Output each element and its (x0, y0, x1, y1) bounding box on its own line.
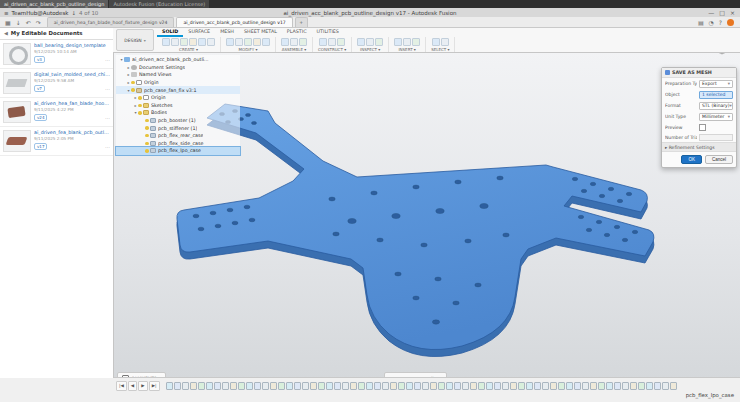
browser-row[interactable]: ▾pcb_case_fan_fix v3:1 (116, 86, 240, 94)
timeline-feature[interactable] (414, 382, 421, 390)
browser-row[interactable]: pcb_flex_lpo_case (116, 147, 240, 155)
document-actions-icon[interactable]: ⋯ (105, 57, 110, 63)
timeline-feature[interactable] (342, 382, 349, 390)
document-actions-icon[interactable]: ⋯ (105, 144, 110, 150)
timeline-feature[interactable] (454, 382, 461, 390)
new-tab-button[interactable]: + (295, 17, 308, 27)
timeline-feature[interactable] (302, 382, 309, 390)
timeline-feature[interactable] (558, 382, 565, 390)
tool-icon[interactable] (290, 38, 298, 46)
workspace-selector[interactable]: DESIGN ▾ (116, 29, 154, 51)
toolbar-icon[interactable]: ↓ (16, 19, 21, 26)
ribbon-tab-solid[interactable]: SOLID (157, 27, 183, 37)
browser-row[interactable]: ▾ai_driven_acc_blank_pcb_outli... (116, 56, 240, 64)
browser-row[interactable]: pcb_booster (1) (116, 117, 240, 125)
timeline-feature[interactable] (358, 382, 365, 390)
avatar[interactable] (727, 19, 734, 26)
ribbon-tab-sheet-metal[interactable]: SHEET METAL (239, 27, 282, 37)
timeline-feature[interactable] (406, 382, 413, 390)
app-icon[interactable]: ? (719, 19, 722, 26)
document-actions-icon[interactable]: ⋯ (105, 115, 110, 121)
timeline-feature[interactable] (582, 382, 589, 390)
timeline-feature[interactable] (270, 382, 277, 390)
timeline-feature[interactable] (478, 382, 485, 390)
team-hub-label[interactable]: TeamHub@Autodesk (12, 10, 69, 16)
browser-row[interactable]: ▸Origin (116, 79, 240, 87)
document-card[interactable]: ai_driven_hea_fan_blade_hoof_fixt...9/11… (0, 98, 113, 127)
timeline-feature[interactable] (326, 382, 333, 390)
timeline-feature[interactable] (534, 382, 541, 390)
tool-icon[interactable] (162, 38, 170, 46)
visibility-bulb-icon[interactable] (138, 104, 142, 108)
timeline-feature[interactable] (182, 382, 189, 390)
tool-icon[interactable] (198, 38, 206, 46)
timeline-feature[interactable] (566, 382, 573, 390)
tool-icon[interactable] (207, 38, 215, 46)
timeline-feature[interactable] (646, 382, 653, 390)
timeline-feature[interactable] (246, 382, 253, 390)
timeline-feature[interactable] (390, 382, 397, 390)
document-card[interactable]: ball_bearing_design_template9/12/2025 10… (0, 40, 113, 69)
timeline-control[interactable]: ▶| (149, 381, 160, 391)
tool-icon[interactable] (253, 38, 261, 46)
tool-icon[interactable] (394, 38, 402, 46)
timeline-feature[interactable] (206, 382, 213, 390)
timeline-feature[interactable] (374, 382, 381, 390)
visibility-bulb-icon[interactable] (138, 111, 142, 115)
timeline-feature[interactable] (366, 382, 373, 390)
timeline-feature[interactable] (230, 382, 237, 390)
timeline-control[interactable]: ▶ (138, 381, 147, 391)
timeline-feature[interactable] (590, 382, 597, 390)
timeline-feature[interactable] (494, 382, 501, 390)
timeline-control[interactable]: ◀ (128, 381, 137, 391)
dialog-select[interactable]: Export▾ (699, 80, 733, 88)
timeline-control[interactable]: |◀ (116, 381, 127, 391)
timeline-feature[interactable] (278, 382, 285, 390)
dialog-titlebar[interactable]: SAVE AS MESH (662, 68, 736, 78)
ribbon-group-label[interactable]: MODIFY ▾ (239, 47, 258, 52)
ribbon-group-label[interactable]: INSPECT ▾ (360, 47, 380, 52)
timeline-feature[interactable] (598, 382, 605, 390)
document-card[interactable]: ai_driven_fea_blank_pcb_outline_...9/11/… (0, 127, 113, 156)
timeline-feature[interactable] (638, 382, 645, 390)
timeline-feature[interactable] (310, 382, 317, 390)
dialog-select[interactable]: STL (Binary)▾ (699, 102, 733, 110)
ribbon-group-label[interactable]: CONSTRUCT ▾ (318, 47, 346, 52)
timeline-feature[interactable] (510, 382, 517, 390)
ribbon-tab-utilities[interactable]: UTILITIES (312, 27, 344, 37)
ribbon-group-label[interactable]: CREATE ▾ (179, 47, 198, 52)
timeline-feature[interactable] (486, 382, 493, 390)
preview-checkbox[interactable] (699, 124, 706, 131)
visibility-bulb-icon[interactable] (145, 119, 149, 123)
tool-icon[interactable] (432, 38, 440, 46)
visibility-bulb-icon[interactable] (131, 81, 135, 85)
ribbon-group-label[interactable]: SELECT ▾ (431, 47, 449, 52)
timeline-feature[interactable] (422, 382, 429, 390)
timeline-feature[interactable] (670, 382, 677, 390)
window-button[interactable]: □ (719, 9, 725, 17)
document-tab[interactable]: ai_driven_hea_fan_blade_hoof_fixture_des… (47, 17, 175, 27)
browser-row[interactable]: ▸Sketches (116, 102, 240, 110)
timeline-feature[interactable] (606, 382, 613, 390)
timeline-feature[interactable] (446, 382, 453, 390)
visibility-bulb-icon[interactable] (138, 96, 142, 100)
timeline-feature[interactable] (254, 382, 261, 390)
browser-row[interactable]: ▸Named Views (116, 71, 240, 79)
tool-icon[interactable] (328, 38, 336, 46)
timeline-feature[interactable] (238, 382, 245, 390)
document-name[interactable]: ai_driven_hea_fan_blade_hoof_fixt... (34, 101, 110, 106)
ribbon-tab-plastic[interactable]: PLASTIC (282, 27, 312, 37)
toolbar-icon[interactable]: ↶ (26, 19, 31, 26)
document-actions-icon[interactable]: ⋯ (105, 86, 110, 92)
tool-icon[interactable] (281, 38, 289, 46)
tool-icon[interactable] (375, 38, 383, 46)
timeline-feature[interactable] (502, 382, 509, 390)
app-icon[interactable]: ◔ (709, 19, 714, 26)
timeline-feature[interactable] (350, 382, 357, 390)
vnc-tab[interactable]: ai_driven_acc_blank_pcb_outline_design (0, 0, 108, 8)
timeline-feature[interactable] (662, 382, 669, 390)
timeline-feature[interactable] (462, 382, 469, 390)
browser-row[interactable]: pcb_flex_side_case (116, 140, 240, 148)
window-button[interactable]: — (708, 9, 714, 17)
timeline-feature[interactable] (526, 382, 533, 390)
